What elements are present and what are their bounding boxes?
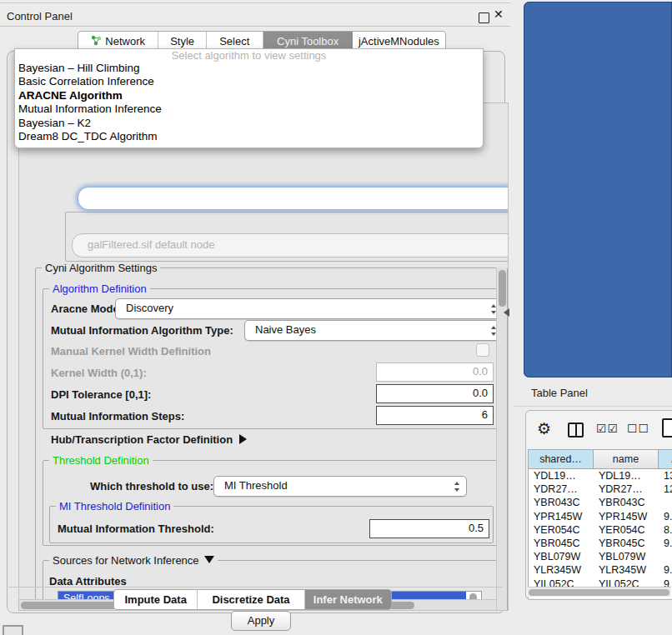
- tab-label: Cyni Toolbox: [277, 35, 339, 48]
- mi-type-label: Mutual Information Algorithm Type:: [51, 324, 233, 337]
- scrollbar-thumb[interactable]: [529, 589, 669, 596]
- aracne-mode-label: Aracne Mode:: [51, 302, 123, 315]
- divider: [8, 587, 502, 588]
- kernel-width-field[interactable]: 0.0: [376, 362, 494, 382]
- close-panel-icon[interactable]: ✕: [494, 8, 504, 21]
- tab-label: Discretize Data: [212, 593, 289, 606]
- table-cell: 9.: [664, 510, 672, 523]
- restore-panel-button[interactable]: [3, 625, 23, 635]
- table-row[interactable]: YBR045CYBR045C9.: [529, 537, 672, 550]
- apply-button[interactable]: Apply: [231, 611, 291, 631]
- table-cell: YLR345W: [534, 563, 592, 577]
- table-row[interactable]: YLR345WYLR345W9.: [529, 563, 672, 577]
- group-title: Cyni Algorithm Settings: [42, 262, 160, 274]
- hub-definition-toggle[interactable]: Hub/Transcription Factor Definition: [51, 433, 247, 446]
- tab-label: Select: [219, 35, 249, 48]
- sources-title: Sources for Network Inference: [53, 554, 199, 567]
- scrollbar-thumb[interactable]: [499, 270, 506, 307]
- collapse-down-icon[interactable]: [204, 556, 214, 563]
- settings-gear-icon[interactable]: ⚙: [537, 419, 551, 438]
- tab-impute-data[interactable]: Impute Data: [114, 590, 198, 609]
- split-columns-icon[interactable]: [568, 422, 584, 438]
- table-row[interactable]: YBR043CYBR043C: [529, 496, 672, 509]
- mi-steps-label: Mutual Information Steps:: [51, 410, 184, 422]
- kernel-width-label: Kernel Width (0,1):: [51, 367, 147, 379]
- table-row[interactable]: YBL079WYBL079W: [529, 550, 672, 563]
- column-header-a[interactable]: A: [659, 450, 672, 469]
- table-panel-title: Table Panel: [531, 387, 588, 399]
- column-header-shared[interactable]: shared…: [529, 450, 594, 469]
- algorithm-option[interactable]: Bayesian – K2: [15, 117, 483, 130]
- tab-label: Infer Network: [313, 593, 383, 606]
- dropdown-items: Bayesian – Hill ClimbingBasic Correlatio…: [15, 62, 483, 143]
- which-threshold-select[interactable]: MI Threshold: [213, 476, 467, 497]
- table-cell: 8.: [664, 523, 672, 537]
- table-cell: YBR043C: [534, 496, 592, 509]
- cyni-bottom-tabs: Impute DataDiscretize DataInfer Network: [113, 589, 392, 610]
- group-title: MI Threshold Definition: [56, 500, 173, 512]
- manual-kernel-checkbox[interactable]: [476, 343, 489, 357]
- table-panel: ⚙ ☑☑ ☐☐ shared…nameA YDL19…YDL19…13YDR27…: [525, 410, 672, 600]
- tab-label: Network: [105, 35, 145, 48]
- sources-toggle[interactable]: Sources for Network Inference: [49, 554, 218, 567]
- expand-right-icon[interactable]: [239, 434, 247, 444]
- table-cell: YBL079W: [534, 550, 592, 563]
- aracne-mode-value: Discovery: [126, 302, 173, 314]
- manual-kernel-label: Manual Kernel Width Definition: [51, 345, 211, 358]
- document-icon[interactable]: [662, 418, 672, 438]
- inference-algorithm-combo-fragment[interactable]: [78, 187, 509, 210]
- tab-label: Impute Data: [124, 593, 186, 606]
- dpi-tolerance-label: DPI Tolerance [0,1]:: [51, 388, 151, 401]
- stepper-icon: [454, 482, 460, 492]
- mi-threshold-label: Mutual Information Threshold:: [58, 522, 214, 535]
- data-attributes-label: Data Attributes: [49, 575, 127, 588]
- vertical-scrollbar[interactable]: [496, 268, 507, 610]
- tab-discretize-data[interactable]: Discretize Data: [198, 590, 304, 609]
- table-cell: YDR27…: [599, 482, 657, 496]
- control-panel-title: Control Panel: [7, 10, 73, 22]
- table-cell: YDL19…: [534, 469, 592, 482]
- aracne-mode-select[interactable]: Discovery: [115, 298, 504, 319]
- table-cell: YBR043C: [599, 496, 657, 509]
- tab-label: Style: [170, 35, 194, 48]
- unchecked-columns-icon[interactable]: ☐☐: [627, 422, 649, 435]
- table-cell: YBL079W: [599, 550, 657, 563]
- data-table-combo[interactable]: galFiltered.sif default node: [72, 233, 509, 258]
- table-row[interactable]: YER054CYER054C8.: [529, 523, 672, 537]
- table-row[interactable]: YPR145WYPR145W9.: [529, 510, 672, 523]
- table-cell: YER054C: [599, 523, 657, 537]
- network-icon: [91, 35, 105, 48]
- algorithm-option[interactable]: Bayesian – Hill Climbing: [15, 62, 483, 75]
- table-cell: 13: [664, 469, 672, 482]
- table-cell: YPR145W: [534, 510, 592, 523]
- table-cell: 12: [664, 482, 672, 496]
- mi-steps-field[interactable]: 6: [376, 406, 494, 425]
- table-cell: YDL19…: [599, 469, 657, 482]
- table-cell: YBR045C: [534, 537, 592, 550]
- mi-type-select[interactable]: Naive Bayes: [244, 320, 504, 341]
- algorithm-option[interactable]: Mutual Information Inference: [15, 102, 483, 116]
- dpi-tolerance-field[interactable]: 0.0: [376, 384, 494, 403]
- algorithm-dropdown-popup: Select algorithm to view settings Bayesi…: [14, 48, 484, 148]
- hub-definition-label: Hub/Transcription Factor Definition: [51, 433, 233, 446]
- tab-infer-network[interactable]: Infer Network: [305, 590, 391, 609]
- column-header-name[interactable]: name: [594, 450, 659, 469]
- checked-columns-icon[interactable]: ☑☑: [596, 422, 619, 435]
- float-panel-icon[interactable]: [479, 12, 489, 23]
- table-cell: YBR045C: [599, 537, 657, 550]
- group-title: Threshold Definition: [49, 454, 153, 467]
- table-cell: YLR345W: [599, 563, 657, 577]
- algorithm-option[interactable]: Dream8 DC_TDC Algorithm: [15, 130, 483, 143]
- splitter-arrow-icon[interactable]: [504, 308, 509, 317]
- mi-threshold-field[interactable]: 0.5: [369, 519, 489, 538]
- tab-label: jActiveMNodules: [359, 35, 439, 48]
- table-cell: 9.: [664, 537, 672, 550]
- divider: [514, 406, 672, 407]
- table-row[interactable]: YDR27…YDR27…12: [529, 482, 672, 496]
- which-threshold-value: MI Threshold: [224, 479, 288, 492]
- algorithm-option[interactable]: ARACNE Algorithm: [15, 89, 483, 102]
- algorithm-option[interactable]: Basic Correlation Inference: [15, 75, 483, 88]
- table-row[interactable]: YDL19…YDL19…13: [529, 469, 672, 482]
- table-cell: YPR145W: [599, 510, 657, 523]
- table-horizontal-scrollbar[interactable]: [528, 587, 671, 597]
